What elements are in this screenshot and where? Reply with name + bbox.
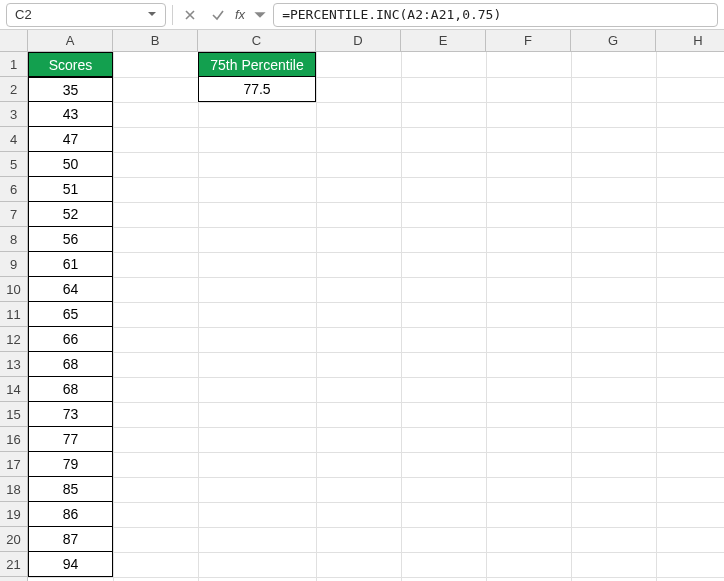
cell-A5[interactable]: 50 [28,152,113,177]
cell-A13[interactable]: 68 [28,352,113,377]
row-header-20[interactable]: 20 [0,527,28,552]
column-header-F[interactable]: F [486,30,571,52]
cell-A8[interactable]: 56 [28,227,113,252]
cell-A14[interactable]: 68 [28,377,113,402]
row-header-5[interactable]: 5 [0,152,28,177]
formula-text: =PERCENTILE.INC(A2:A21,0.75) [282,7,501,22]
select-all-corner[interactable] [0,30,28,52]
cell-A7[interactable]: 52 [28,202,113,227]
cell-C2-value[interactable]: 77.5 [198,77,316,102]
row-header-17[interactable]: 17 [0,452,28,477]
cell-A6[interactable]: 51 [28,177,113,202]
row-header-6[interactable]: 6 [0,177,28,202]
cell-A11[interactable]: 65 [28,302,113,327]
row-header-19[interactable]: 19 [0,502,28,527]
name-box-value: C2 [15,7,32,22]
fx-label[interactable]: fx [235,7,245,22]
column-header-H[interactable]: H [656,30,724,52]
row-header-12[interactable]: 12 [0,327,28,352]
formula-input[interactable]: =PERCENTILE.INC(A2:A21,0.75) [273,3,718,27]
cell-A17[interactable]: 79 [28,452,113,477]
cancel-icon[interactable] [179,4,201,26]
name-box[interactable]: C2 [6,3,166,27]
row-header-16[interactable]: 16 [0,427,28,452]
cell-C1-header[interactable]: 75th Percentile [198,52,316,77]
row-header-9[interactable]: 9 [0,252,28,277]
cell-A9[interactable]: 61 [28,252,113,277]
column-header-G[interactable]: G [571,30,656,52]
row-header-2[interactable]: 2 [0,77,28,102]
row-header-8[interactable]: 8 [0,227,28,252]
row-header-1[interactable]: 1 [0,52,28,77]
column-header-C[interactable]: C [198,30,316,52]
cell-A15[interactable]: 73 [28,402,113,427]
cell-A12[interactable]: 66 [28,327,113,352]
cell-A20[interactable]: 87 [28,527,113,552]
cell-A4[interactable]: 47 [28,127,113,152]
row-header-14[interactable]: 14 [0,377,28,402]
cell-A16[interactable]: 77 [28,427,113,452]
cell-A2[interactable]: 35 [28,77,113,102]
cell-A19[interactable]: 86 [28,502,113,527]
row-header-21[interactable]: 21 [0,552,28,577]
row-header-7[interactable]: 7 [0,202,28,227]
cell-A3[interactable]: 43 [28,102,113,127]
row-header-3[interactable]: 3 [0,102,28,127]
column-header-B[interactable]: B [113,30,198,52]
column-header-D[interactable]: D [316,30,401,52]
row-header-4[interactable]: 4 [0,127,28,152]
formula-bar: C2 fx =PERCENTILE.INC(A2:A21,0.75) [0,0,724,30]
column-header-E[interactable]: E [401,30,486,52]
cell-A21[interactable]: 94 [28,552,113,577]
cell-A1-header[interactable]: Scores [28,52,113,77]
row-header-18[interactable]: 18 [0,477,28,502]
row-header-11[interactable]: 11 [0,302,28,327]
column-header-A[interactable]: A [28,30,113,52]
cell-A10[interactable]: 64 [28,277,113,302]
cell-A18[interactable]: 85 [28,477,113,502]
divider [172,5,173,25]
confirm-icon[interactable] [207,4,229,26]
row-header-10[interactable]: 10 [0,277,28,302]
chevron-down-icon[interactable] [253,4,267,26]
row-header-13[interactable]: 13 [0,352,28,377]
chevron-down-icon[interactable] [147,7,157,22]
spreadsheet-grid[interactable]: ABCDEFGH 1234567891011121314151617181920… [0,30,724,581]
row-header-15[interactable]: 15 [0,402,28,427]
row-header-22[interactable]: 22 [0,577,28,581]
